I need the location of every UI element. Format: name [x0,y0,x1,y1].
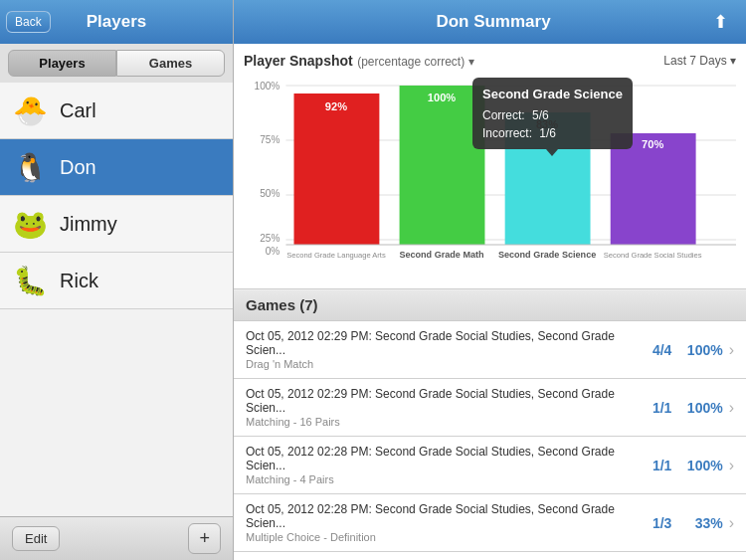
game-row-3[interactable]: Oct 05, 2012 02:28 PM: Second Grade Soci… [234,494,746,552]
svg-text:100%: 100% [428,92,457,103]
player-avatar: 🐛 [10,261,50,300]
bar-language-arts[interactable] [294,93,380,245]
svg-text:100%: 100% [255,81,280,92]
game-pct: 100% [685,458,723,473]
right-panel: Don Summary ⬆ Player Snapshot (percentag… [234,0,746,560]
svg-text:Second Grade Science: Second Grade Science [498,250,596,260]
back-button[interactable]: Back [6,11,51,33]
player-item-rick[interactable]: 🐛 Rick [0,253,233,309]
edit-button[interactable]: Edit [12,526,60,551]
chart-header: Player Snapshot (percentage correct) ▾ L… [244,52,736,70]
tooltip-correct: Correct: 5/6 [482,106,623,124]
game-pct: 100% [685,342,723,358]
share-button[interactable]: ⬆ [709,7,732,37]
player-avatar: 🐧 [10,147,50,187]
game-row-1[interactable]: Oct 05, 2012 02:29 PM: Second Grade Soci… [234,379,746,437]
game-date: Oct 05, 2012 02:28 PM: Second Grade Soci… [246,445,648,472]
chart-subtitle: (percentage correct) ▾ [357,55,473,69]
game-type: Matching - 16 Pairs [246,416,648,428]
game-info: Oct 05, 2012 02:28 PM: Second Grade Soci… [246,445,648,485]
game-info: Oct 05, 2012 02:29 PM: Second Grade Soci… [246,329,648,370]
game-pct: 100% [685,400,723,416]
games-list: Oct 05, 2012 02:29 PM: Second Grade Soci… [234,321,746,560]
svg-text:0%: 0% [266,246,280,257]
left-panel: Back Players Players Games 🐣 Carl 🐧 Don … [0,0,234,560]
tab-players[interactable]: Players [8,50,116,77]
games-title: Games (7) [246,296,318,313]
svg-text:25%: 25% [260,233,280,244]
game-score: 4/4 [648,342,677,358]
right-title: Don Summary [278,12,709,32]
game-score: 1/1 [648,400,677,416]
svg-text:75%: 75% [260,134,280,145]
game-row-2[interactable]: Oct 05, 2012 02:28 PM: Second Grade Soci… [234,437,746,494]
players-title: Players [87,12,147,32]
left-header: Back Players [0,0,233,44]
player-item-don[interactable]: 🐧 Don [0,139,233,196]
player-avatar: 🐸 [10,204,50,244]
tooltip-incorrect: Incorrect: 1/6 [482,124,623,142]
chart-title: Player Snapshot [244,53,353,69]
player-list: 🐣 Carl 🐧 Don 🐸 Jimmy 🐛 Rick [0,83,233,516]
tab-bar: Players Games [0,44,233,83]
game-info: Oct 05, 2012 02:29 PM: Second Grade Soci… [246,387,648,428]
chevron-right-icon: › [729,457,734,474]
svg-text:Second Grade Language Arts: Second Grade Language Arts [286,251,386,260]
bar-tooltip: Second Grade Science Correct: 5/6 Incorr… [472,78,633,149]
tooltip-subject: Second Grade Science [482,85,623,104]
svg-text:50%: 50% [260,188,280,199]
game-info: Oct 05, 2012 02:28 PM: Second Grade Soci… [246,502,648,543]
player-item-jimmy[interactable]: 🐸 Jimmy [0,196,233,253]
game-type: Drag 'n Match [246,358,648,370]
tab-games[interactable]: Games [116,50,225,77]
svg-text:Second Grade Math: Second Grade Math [399,250,483,260]
chart-section: Player Snapshot (percentage correct) ▾ L… [234,44,746,289]
svg-text:70%: 70% [642,138,663,150]
game-type: Multiple Choice - Definition [246,531,648,543]
left-footer: Edit + [0,516,233,560]
game-pct: 33% [685,515,723,531]
player-avatar: 🐣 [10,91,50,130]
game-date: Oct 05, 2012 02:29 PM: Second Grade Soci… [246,387,648,415]
last-days-selector[interactable]: Last 7 Days ▾ [663,54,736,68]
game-row-0[interactable]: Oct 05, 2012 02:29 PM: Second Grade Soci… [234,321,746,379]
game-date: Oct 05, 2012 02:28 PM: Second Grade Soci… [246,502,648,530]
svg-text:Second Grade Social Studies: Second Grade Social Studies [604,251,702,260]
game-date: Oct 05, 2012 02:29 PM: Second Grade Soci… [246,329,648,357]
player-item-carl[interactable]: 🐣 Carl [0,83,233,139]
chart-area: 100% 75% 50% 25% 0% 92% 100% 83% 70% [244,76,736,284]
player-name: Don [60,156,96,179]
chevron-right-icon: › [729,341,734,359]
games-header: Games (7) [234,289,746,321]
chevron-right-icon: › [729,399,734,417]
player-name: Rick [60,270,98,292]
game-type: Matching - 4 Pairs [246,473,648,485]
games-section: Games (7) Oct 05, 2012 02:29 PM: Second … [234,289,746,560]
svg-text:92%: 92% [325,100,347,112]
chevron-right-icon: › [729,514,734,532]
add-button[interactable]: + [188,523,221,554]
game-score: 1/1 [648,458,677,473]
player-name: Jimmy [60,213,117,236]
game-score: 1/3 [648,515,677,531]
player-name: Carl [60,99,96,122]
right-header: Don Summary ⬆ [234,0,746,44]
game-row-4[interactable]: Oct 02, 2012 03:44 PM: Second Grade Soci… [234,552,746,560]
